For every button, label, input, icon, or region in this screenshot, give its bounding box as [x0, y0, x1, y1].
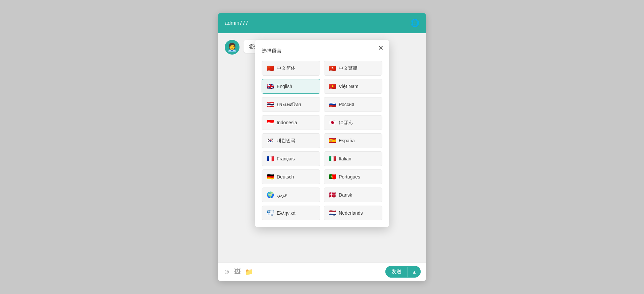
lang-flag-kr: 🇰🇷 [267, 137, 274, 144]
lang-flag-dk: 🇩🇰 [329, 191, 336, 199]
lang-button-id[interactable]: 🇮🇩Indonesia [262, 115, 320, 130]
lang-button-fr[interactable]: 🇫🇷Français [262, 151, 320, 166]
lang-button-pt[interactable]: 🇵🇹Português [324, 169, 382, 184]
modal-close-button[interactable]: ✕ [378, 45, 384, 51]
modal-title: 选择语言 [262, 48, 382, 54]
lang-flag-vn: 🇻🇳 [329, 83, 336, 90]
lang-label-kr: 대한민국 [277, 138, 296, 144]
lang-label-id: Indonesia [277, 120, 297, 125]
lang-flag-it: 🇮🇹 [329, 155, 336, 162]
lang-label-it: Italian [339, 156, 351, 161]
lang-button-de[interactable]: 🇩🇪Deutsch [262, 169, 320, 184]
lang-button-zh-hant[interactable]: 🇭🇰中文繁體 [324, 61, 382, 76]
lang-label-de: Deutsch [277, 174, 294, 179]
lang-button-en[interactable]: 🇬🇧English [262, 79, 320, 94]
lang-button-gr[interactable]: 🇬🇷Ελληνικά [262, 206, 320, 220]
lang-label-gr: Ελληνικά [277, 210, 296, 216]
lang-flag-zh-hant: 🇭🇰 [329, 65, 336, 72]
lang-label-en: English [277, 84, 292, 89]
lang-button-nl[interactable]: 🇳🇱Nederlands [324, 206, 382, 220]
lang-button-th[interactable]: 🇹🇭ประเทศไทย [262, 97, 320, 112]
lang-flag-ar: 🌍 [267, 191, 274, 199]
lang-label-ar: عربي [277, 192, 287, 198]
lang-flag-ru: 🇷🇺 [329, 101, 336, 108]
lang-label-pt: Português [339, 174, 360, 179]
lang-label-th: ประเทศไทย [277, 101, 301, 108]
lang-label-ru: Россия [339, 102, 354, 107]
lang-label-zh-hans: 中文简体 [277, 65, 296, 71]
lang-label-dk: Dansk [339, 192, 352, 198]
lang-button-dk[interactable]: 🇩🇰Dansk [324, 188, 382, 202]
modal-overlay: ✕ 选择语言 🇨🇳中文简体🇭🇰中文繁體🇬🇧English🇻🇳Việt Nam🇹🇭… [218, 13, 426, 281]
lang-flag-id: 🇮🇩 [267, 119, 274, 126]
lang-flag-en: 🇬🇧 [267, 83, 274, 90]
lang-flag-gr: 🇬🇷 [267, 209, 274, 217]
lang-flag-zh-hans: 🇨🇳 [267, 65, 274, 72]
lang-flag-nl: 🇳🇱 [329, 209, 336, 217]
lang-label-zh-hant: 中文繁體 [339, 65, 358, 71]
lang-button-ru[interactable]: 🇷🇺Россия [324, 97, 382, 112]
lang-label-vn: Việt Nam [339, 84, 359, 89]
lang-label-es: España [339, 138, 355, 143]
lang-flag-fr: 🇫🇷 [267, 155, 274, 162]
chat-window: admin777 🌐 🧑‍💼 您好！ ✕ 选择语言 🇨🇳中文简体🇭🇰中文繁體🇬🇧… [218, 13, 426, 281]
lang-flag-es: 🇪🇸 [329, 137, 336, 144]
lang-button-vn[interactable]: 🇻🇳Việt Nam [324, 79, 382, 94]
lang-button-es[interactable]: 🇪🇸España [324, 133, 382, 148]
lang-flag-de: 🇩🇪 [267, 173, 274, 180]
lang-button-zh-hans[interactable]: 🇨🇳中文简体 [262, 61, 320, 76]
lang-flag-jp: 🇯🇵 [329, 119, 336, 126]
lang-button-ar[interactable]: 🌍عربي [262, 188, 320, 202]
lang-button-it[interactable]: 🇮🇹Italian [324, 151, 382, 166]
language-grid: 🇨🇳中文简体🇭🇰中文繁體🇬🇧English🇻🇳Việt Nam🇹🇭ประเทศไ… [262, 61, 382, 220]
lang-flag-th: 🇹🇭 [267, 101, 274, 108]
lang-button-jp[interactable]: 🇯🇵にほん [324, 115, 382, 130]
lang-label-fr: Français [277, 156, 295, 161]
lang-label-nl: Nederlands [339, 210, 363, 216]
language-modal: ✕ 选择语言 🇨🇳中文简体🇭🇰中文繁體🇬🇧English🇻🇳Việt Nam🇹🇭… [255, 40, 389, 227]
lang-flag-pt: 🇵🇹 [329, 173, 336, 180]
lang-button-kr[interactable]: 🇰🇷대한민국 [262, 133, 320, 148]
lang-label-jp: にほん [339, 120, 353, 126]
